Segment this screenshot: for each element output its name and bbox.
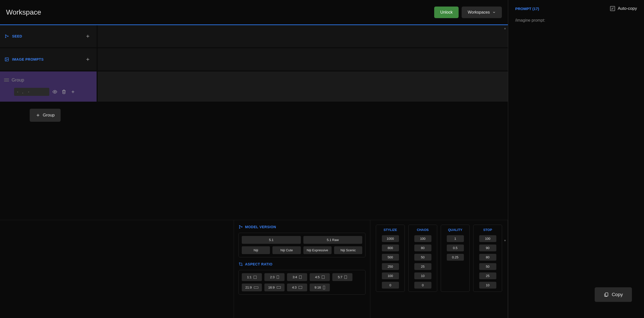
stop-preset-button[interactable]: 100 [479, 235, 496, 242]
chaos-preset-button[interactable]: 50 [414, 254, 431, 261]
stop-preset-button[interactable]: 10 [479, 282, 496, 289]
model-version-button[interactable]: Niji Scenic [334, 246, 362, 254]
workspaces-label: Workspaces [468, 10, 490, 15]
aspect-ratio-button[interactable]: 4:5 [310, 273, 330, 281]
branch-icon [5, 34, 9, 38]
clipboard-icon [604, 292, 609, 297]
crop-icon [238, 262, 243, 266]
bottom-panel-empty [0, 220, 234, 318]
quality-preset-button[interactable]: 1 [447, 235, 464, 242]
svg-point-15 [239, 228, 240, 228]
group-row: Group [0, 71, 508, 102]
page-title: Workspace [6, 8, 434, 16]
seed-row: SEED [0, 25, 508, 47]
svg-rect-17 [605, 293, 608, 296]
chaos-preset-button[interactable]: 0 [414, 282, 431, 289]
copy-label: Copy [612, 292, 623, 297]
quality-preset-button[interactable]: 0.5 [447, 245, 464, 251]
model-version-button[interactable]: Niji Cute [272, 246, 301, 254]
model-version-button[interactable]: Niji [242, 246, 270, 254]
stylize-column: STYLIZE10008005002501000 [376, 225, 405, 292]
workspaces-dropdown[interactable]: Workspaces [462, 7, 502, 18]
unlock-button[interactable]: Unlock [434, 7, 459, 18]
stylize-preset-button[interactable]: 1000 [382, 235, 399, 242]
chevron-down-icon [492, 11, 496, 14]
stylize-preset-button[interactable]: 0 [382, 282, 399, 289]
delete-group-button[interactable] [60, 88, 67, 95]
trash-icon [62, 90, 66, 94]
image-icon [5, 57, 9, 62]
group-label: Group [12, 77, 24, 83]
stop-preset-button[interactable]: 50 [479, 263, 496, 270]
svg-point-14 [239, 225, 240, 226]
prompt-count-label: PROMPT (17) [515, 7, 539, 11]
aspect-ratio-button[interactable]: 16:9 [264, 284, 285, 291]
add-image-prompt-button[interactable] [84, 55, 92, 64]
chaos-preset-button[interactable]: 10 [414, 272, 431, 279]
chaos-preset-button[interactable]: 80 [414, 245, 431, 251]
model-version-button[interactable]: 5.1 [242, 236, 301, 244]
svg-point-1 [5, 37, 6, 38]
aspect-ratio-button[interactable]: 9:16 [310, 284, 330, 291]
aspect-ratio-button[interactable]: 5:7 [332, 273, 352, 281]
drag-handle-icon[interactable] [4, 78, 9, 82]
svg-point-9 [54, 91, 56, 92]
svg-point-2 [8, 36, 8, 37]
add-seed-button[interactable] [84, 32, 92, 41]
aspect-ratio-button[interactable]: 4:3 [287, 284, 307, 291]
stop-title: STOP [483, 228, 492, 232]
checkbox-icon [610, 6, 615, 11]
stylize-title: STYLIZE [384, 228, 397, 232]
aspect-ratio-button[interactable]: 21:9 [242, 284, 262, 291]
svg-point-16 [242, 227, 242, 227]
model-version-button[interactable]: Niji Expressive [303, 246, 332, 254]
svg-point-6 [6, 59, 6, 59]
stylize-preset-button[interactable]: 100 [382, 272, 399, 279]
add-group-label: Group [43, 113, 55, 118]
stylize-preset-button[interactable]: 500 [382, 254, 399, 261]
header: Workspace Unlock Workspaces [0, 0, 508, 25]
quality-column: QUALITY10.50.25 [441, 225, 470, 292]
stylize-preset-button[interactable]: 250 [382, 263, 399, 270]
model-version-title: MODEL VERSION [238, 225, 366, 229]
branch-icon [238, 225, 243, 229]
aspect-ratio-button[interactable]: 2:3 [264, 273, 285, 281]
quality-title: QUALITY [448, 228, 462, 232]
model-version-button[interactable]: 5.1 Raw [303, 236, 363, 244]
aspect-ratio-title: ASPECT RATIO [238, 262, 366, 266]
plus-icon [36, 113, 40, 117]
add-to-group-button[interactable] [69, 88, 76, 95]
seed-content [98, 25, 508, 47]
image-prompts-label: IMAGE PROMPTS [12, 57, 80, 61]
scroll-down-icon[interactable]: ▼ [504, 239, 506, 242]
chaos-title: CHAOS [417, 228, 429, 232]
plus-icon [85, 34, 90, 39]
plus-icon [85, 57, 90, 62]
seed-label: SEED [12, 34, 80, 38]
params-panel: STYLIZE10008005002501000CHAOS10080502510… [370, 220, 508, 318]
image-prompts-row: IMAGE PROMPTS [0, 48, 508, 70]
stop-column: STOP1009080502510 [473, 225, 502, 292]
visibility-toggle[interactable] [51, 88, 58, 95]
prompt-preview: /imagine prompt: [515, 18, 637, 287]
quality-preset-button[interactable]: 0.25 [447, 254, 464, 261]
group-weight-input[interactable] [14, 88, 49, 96]
group-content [98, 71, 508, 102]
scroll-up-icon[interactable]: ▲ [504, 27, 506, 30]
aspect-ratio-button[interactable]: 3:4 [287, 273, 307, 281]
stop-preset-button[interactable]: 25 [479, 272, 496, 279]
autocopy-toggle[interactable]: Auto-copy [610, 6, 637, 11]
svg-point-0 [5, 35, 6, 35]
eye-icon [53, 90, 57, 94]
plus-icon [71, 90, 75, 94]
aspect-ratio-button[interactable]: 1:1 [242, 273, 262, 281]
image-prompts-content [98, 48, 508, 70]
prompt-sidebar: PROMPT (17) Auto-copy /imagine prompt: C… [508, 0, 644, 318]
stop-preset-button[interactable]: 90 [479, 245, 496, 251]
chaos-preset-button[interactable]: 100 [414, 235, 431, 242]
add-group-button[interactable]: Group [30, 109, 61, 122]
stop-preset-button[interactable]: 80 [479, 254, 496, 261]
stylize-preset-button[interactable]: 800 [382, 245, 399, 251]
copy-button[interactable]: Copy [595, 287, 632, 302]
chaos-preset-button[interactable]: 25 [414, 263, 431, 270]
